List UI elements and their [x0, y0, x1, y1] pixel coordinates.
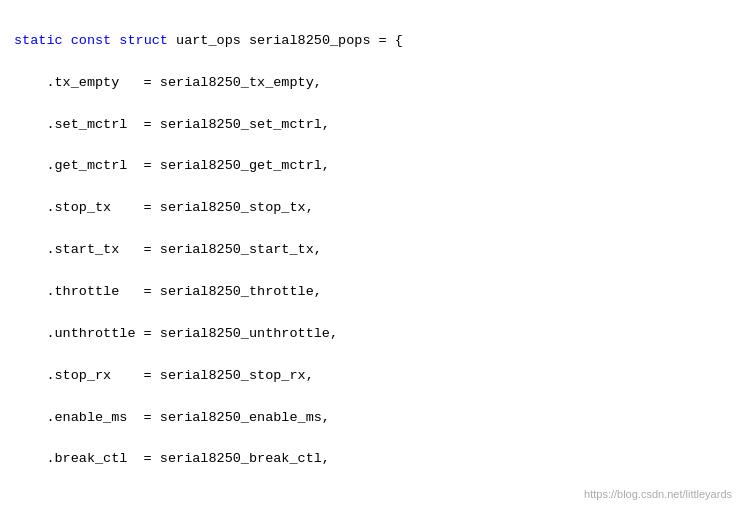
line-4: .get_mctrl = serial8250_get_mctrl, — [14, 156, 728, 177]
line-2: .tx_empty = serial8250_tx_empty, — [14, 73, 728, 94]
line-5: .stop_tx = serial8250_stop_tx, — [14, 198, 728, 219]
line-11: .break_ctl = serial8250_break_ctl, — [14, 449, 728, 470]
line-3: .set_mctrl = serial8250_set_mctrl, — [14, 115, 728, 136]
line-7: .throttle = serial8250_throttle, — [14, 282, 728, 303]
line-9: .stop_rx = serial8250_stop_rx, — [14, 366, 728, 387]
line-6: .start_tx = serial8250_start_tx, — [14, 240, 728, 261]
line-8: .unthrottle = serial8250_unthrottle, — [14, 324, 728, 345]
line-1: static const struct uart_ops serial8250_… — [14, 31, 728, 52]
code-block: static const struct uart_ops serial8250_… — [0, 0, 742, 508]
watermark: https://blog.csdn.net/littleyards — [584, 488, 732, 500]
line-10: .enable_ms = serial8250_enable_ms, — [14, 408, 728, 429]
